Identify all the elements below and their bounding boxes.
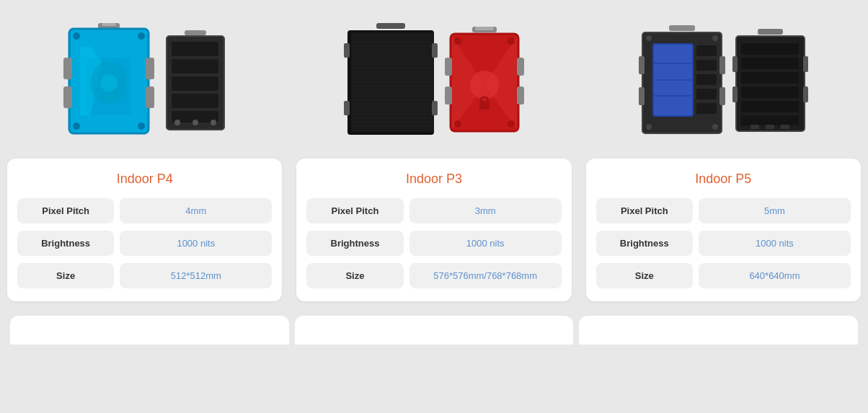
svg-rect-56	[344, 101, 350, 115]
svg-rect-11	[146, 86, 154, 108]
bottom-card-partial-2	[295, 316, 574, 345]
main-container: Indoor P4 Pixel Pitch 4mm Brightness 100…	[0, 0, 868, 359]
product-image-area-p4	[7, 7, 282, 159]
spec-value-pixel-pitch-p5: 5mm	[699, 198, 851, 223]
svg-rect-25	[376, 23, 405, 29]
svg-rect-8	[63, 58, 72, 79]
spec-value-pixel-pitch-p3: 3mm	[409, 198, 562, 223]
svg-rect-58	[432, 101, 438, 115]
spec-row-size-p3: Size 576*576mm/768*768mm	[306, 263, 561, 288]
svg-rect-39	[353, 74, 433, 76]
svg-point-23	[192, 120, 198, 125]
svg-rect-107	[732, 56, 738, 72]
spec-label-size-p4: Size	[17, 263, 114, 288]
svg-rect-100	[741, 72, 799, 84]
product-images-p5	[639, 24, 808, 143]
svg-rect-104	[750, 125, 759, 129]
svg-rect-43	[353, 89, 433, 90]
svg-rect-44	[353, 92, 433, 94]
product-card-p4: Indoor P4 Pixel Pitch 4mm Brightness 100…	[7, 159, 282, 301]
svg-point-64	[454, 37, 461, 45]
svg-rect-51	[353, 117, 433, 119]
svg-rect-84	[696, 74, 717, 85]
spec-value-brightness-p3: 1000 nits	[409, 231, 562, 256]
spec-row-brightness-p5: Brightness 1000 nits	[596, 231, 851, 256]
svg-point-24	[211, 120, 216, 125]
svg-rect-82	[696, 45, 717, 56]
spec-value-pixel-pitch-p4: 4mm	[120, 198, 272, 223]
svg-point-88	[712, 35, 718, 41]
svg-rect-83	[696, 60, 717, 71]
svg-point-89	[646, 124, 652, 130]
svg-point-63	[470, 71, 499, 99]
svg-rect-40	[353, 78, 433, 79]
svg-rect-29	[353, 38, 433, 40]
svg-rect-47	[353, 103, 433, 105]
svg-point-7	[138, 123, 145, 130]
svg-rect-50	[353, 114, 433, 115]
svg-rect-10	[146, 58, 154, 79]
spec-row-pixel-pitch-p4: Pixel Pitch 4mm	[17, 198, 272, 223]
spec-row-brightness-p4: Brightness 1000 nits	[17, 231, 272, 256]
spec-label-brightness-p3: Brightness	[306, 231, 403, 256]
svg-rect-94	[719, 87, 725, 105]
svg-point-90	[712, 124, 718, 130]
svg-rect-68	[445, 58, 452, 76]
svg-rect-53	[353, 125, 433, 126]
product-title-p3: Indoor P3	[306, 172, 561, 187]
svg-rect-52	[353, 121, 433, 123]
svg-rect-54	[353, 128, 433, 130]
svg-rect-95	[758, 29, 783, 35]
svg-rect-91	[639, 56, 645, 74]
svg-point-4	[73, 32, 80, 40]
svg-rect-98	[741, 43, 799, 55]
svg-rect-17	[172, 42, 218, 56]
spec-label-pixel-pitch-p4: Pixel Pitch	[17, 198, 114, 223]
svg-rect-110	[803, 86, 808, 102]
spec-value-brightness-p5: 1000 nits	[699, 231, 851, 256]
spec-row-pixel-pitch-p5: Pixel Pitch 5mm	[596, 198, 851, 223]
spec-label-size-p3: Size	[306, 263, 403, 288]
product-title-p5: Indoor P5	[596, 172, 851, 187]
svg-rect-32	[353, 49, 433, 50]
svg-rect-93	[719, 56, 725, 74]
svg-rect-36	[353, 63, 433, 65]
svg-rect-103	[741, 115, 799, 125]
svg-rect-41	[353, 81, 433, 83]
product-image-p4-left	[62, 22, 156, 144]
svg-rect-85	[696, 89, 717, 99]
svg-rect-105	[766, 125, 774, 129]
bottom-card-partial-1	[10, 316, 289, 345]
svg-rect-35	[353, 60, 433, 61]
svg-rect-28	[353, 35, 433, 36]
product-image-p4-right	[163, 29, 228, 137]
product-images-p3	[344, 22, 524, 144]
product-images-p4	[62, 22, 228, 144]
svg-rect-86	[696, 103, 717, 114]
product-image-p3-right	[445, 25, 524, 141]
svg-rect-71	[517, 86, 524, 105]
svg-rect-101	[741, 86, 799, 98]
spec-label-size-p5: Size	[596, 263, 693, 288]
spec-value-size-p4: 512*512mm	[120, 263, 272, 288]
bottom-row	[0, 316, 868, 359]
product-image-p3-left	[344, 22, 438, 144]
svg-rect-42	[353, 85, 433, 86]
products-row: Indoor P4 Pixel Pitch 4mm Brightness 100…	[0, 0, 868, 316]
svg-rect-1	[102, 23, 116, 26]
svg-rect-46	[353, 99, 433, 101]
spec-row-size-p4: Size 512*512mm	[17, 263, 272, 288]
svg-rect-55	[344, 43, 350, 58]
svg-rect-14	[185, 30, 206, 35]
svg-rect-34	[353, 56, 433, 58]
svg-rect-57	[432, 43, 438, 58]
svg-rect-49	[353, 110, 433, 112]
svg-point-66	[454, 120, 461, 128]
svg-rect-109	[803, 56, 808, 72]
svg-point-22	[174, 120, 180, 125]
spec-label-brightness-p4: Brightness	[17, 231, 114, 256]
product-column-p5: Indoor P5 Pixel Pitch 5mm Brightness 100…	[579, 0, 868, 316]
spec-row-size-p5: Size 640*640mm	[596, 263, 851, 288]
svg-rect-31	[353, 45, 433, 47]
svg-rect-99	[741, 58, 799, 69]
